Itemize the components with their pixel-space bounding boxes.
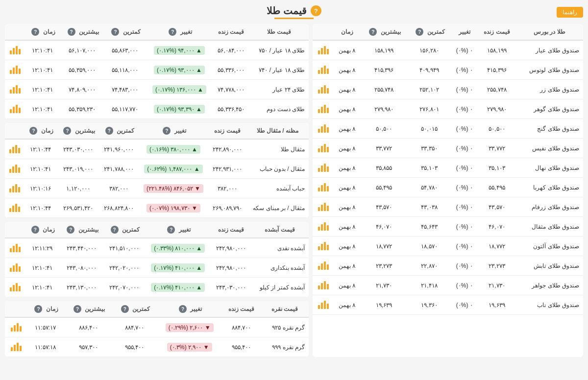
fund-chart[interactable]	[313, 237, 334, 256]
chart-icon[interactable]	[8, 182, 20, 193]
chart-icon[interactable]	[317, 161, 329, 173]
mithqal-max: ۲۴۳,۰۳۰,۰۰۰	[57, 139, 99, 159]
help-icon[interactable]: ?	[67, 226, 74, 234]
svg-rect-45	[321, 263, 323, 270]
silver-name: گرم نقره ۹۲۵	[261, 317, 309, 337]
col-abshode-chart	[5, 222, 24, 238]
mithqal-chart[interactable]	[5, 139, 24, 159]
help-icon[interactable]: ?	[29, 127, 37, 135]
fund-chart[interactable]	[313, 256, 334, 276]
راهنما-button[interactable]: راهنما	[557, 7, 583, 18]
help-icon[interactable]: ?	[167, 226, 175, 234]
fund-chart[interactable]	[313, 295, 334, 315]
help-icon[interactable]: ?	[163, 127, 171, 135]
chart-icon[interactable]	[317, 122, 329, 134]
table-row: آبشده بنکداری ۲۴۲,۹۸۰,۰۰۰ ▲ ۴۱۰,۰۰۰ (۰.۱…	[5, 258, 309, 278]
svg-rect-14	[324, 105, 326, 113]
chart-icon[interactable]	[8, 201, 20, 213]
svg-rect-70	[16, 105, 18, 113]
change-badge: ▲ ۱۳۶,۰۰۰ (۰.۱۷%)	[152, 85, 206, 94]
chart-icon[interactable]	[9, 241, 21, 253]
fund-chart[interactable]	[313, 217, 334, 237]
help-icon[interactable]: ?	[34, 305, 42, 313]
fund-max: ۳۵,۸۵۵	[361, 158, 407, 178]
svg-rect-67	[19, 88, 21, 94]
svg-rect-6	[324, 66, 326, 74]
help-icon[interactable]: ?	[179, 305, 187, 313]
col-silver-chart	[5, 301, 26, 317]
abshode-chart[interactable]	[5, 258, 24, 278]
help-icon[interactable]: ?	[31, 226, 39, 234]
chart-icon[interactable]	[317, 44, 329, 55]
fund-chart[interactable]	[313, 197, 334, 217]
help-icon[interactable]: ?	[68, 28, 75, 36]
help-icon[interactable]: ?	[169, 28, 176, 36]
abshode-chart[interactable]	[5, 238, 24, 258]
chart-icon[interactable]	[8, 142, 20, 154]
help-icon[interactable]: ?	[105, 127, 113, 135]
fund-chart[interactable]	[313, 60, 334, 80]
silver-chart[interactable]	[5, 317, 26, 337]
help-icon[interactable]: ?	[74, 305, 81, 313]
change-badge: ▲ ۳۸۰,۰۰۰ (۰.۱۶%)	[147, 145, 200, 154]
fund-max: ۳۳,۷۷۲	[361, 139, 407, 158]
fund-time: ۸ بهمن	[334, 158, 361, 178]
abshode-change: ▲ ۴۱۰,۰۰۰ (۰.۱۷%)	[145, 278, 211, 297]
chart-icon[interactable]	[9, 261, 21, 273]
abshode-chart[interactable]	[5, 278, 24, 297]
fund-chart[interactable]	[313, 80, 334, 99]
chart-icon[interactable]	[317, 220, 329, 232]
fund-chart[interactable]	[313, 99, 334, 119]
svg-rect-23	[327, 147, 329, 152]
chart-icon[interactable]	[9, 63, 21, 75]
chart-icon[interactable]	[10, 340, 22, 352]
mithqal-chart[interactable]	[5, 159, 24, 179]
help-icon[interactable]: ?	[63, 127, 71, 135]
svg-rect-32	[318, 207, 320, 211]
help-icon[interactable]: ?	[416, 28, 423, 36]
chart-icon[interactable]	[317, 239, 329, 251]
fund-chart[interactable]	[313, 276, 334, 295]
chart-icon[interactable]	[317, 102, 329, 114]
chart-icon[interactable]	[317, 259, 329, 271]
chart-icon[interactable]	[317, 63, 329, 75]
chart-icon[interactable]	[317, 142, 329, 153]
gold-chart[interactable]	[5, 80, 24, 99]
fund-chart[interactable]	[313, 119, 334, 139]
chart-icon[interactable]	[9, 44, 21, 55]
chart-icon[interactable]	[10, 321, 22, 332]
chart-icon[interactable]	[9, 83, 21, 95]
chart-icon[interactable]	[317, 298, 329, 310]
chart-icon[interactable]	[317, 181, 329, 192]
chart-icon[interactable]	[317, 83, 329, 95]
help-icon[interactable]: ?	[121, 305, 129, 313]
fund-min: ۵۴,۷۸۰	[407, 178, 451, 197]
fund-chart[interactable]	[313, 158, 334, 178]
fund-chart[interactable]	[313, 178, 334, 197]
col-mithqal-chart	[5, 123, 24, 139]
gold-chart[interactable]	[5, 60, 24, 80]
help-icon[interactable]: ?	[31, 28, 39, 36]
gold-chart[interactable]	[5, 40, 24, 60]
svg-rect-77	[12, 166, 14, 173]
help-icon[interactable]: ?	[369, 28, 377, 36]
help-icon[interactable]: ?	[111, 28, 119, 36]
chart-icon[interactable]	[8, 162, 20, 174]
gold-chart[interactable]	[5, 99, 24, 119]
mithqal-chart[interactable]	[5, 198, 24, 218]
fund-max: ۲۷۹,۹۸۰	[361, 99, 407, 119]
silver-chart[interactable]	[5, 337, 26, 357]
chart-icon[interactable]	[9, 102, 21, 114]
chart-icon[interactable]	[317, 200, 329, 212]
chart-icon[interactable]	[317, 279, 329, 290]
fund-chart[interactable]	[313, 139, 334, 158]
mithqal-price: ۲۴۲,۸۹۰,۰۰۰	[208, 139, 246, 159]
chart-icon[interactable]	[9, 281, 21, 292]
help-icon[interactable]: ?	[111, 226, 119, 234]
fund-change: ۰ (۰%)	[451, 40, 478, 60]
svg-rect-81	[12, 186, 14, 192]
svg-rect-20	[318, 148, 320, 152]
mithqal-time: ۱۲:۱۰:۱۶	[24, 179, 57, 198]
mithqal-chart[interactable]	[5, 179, 24, 198]
fund-chart[interactable]	[313, 40, 334, 60]
